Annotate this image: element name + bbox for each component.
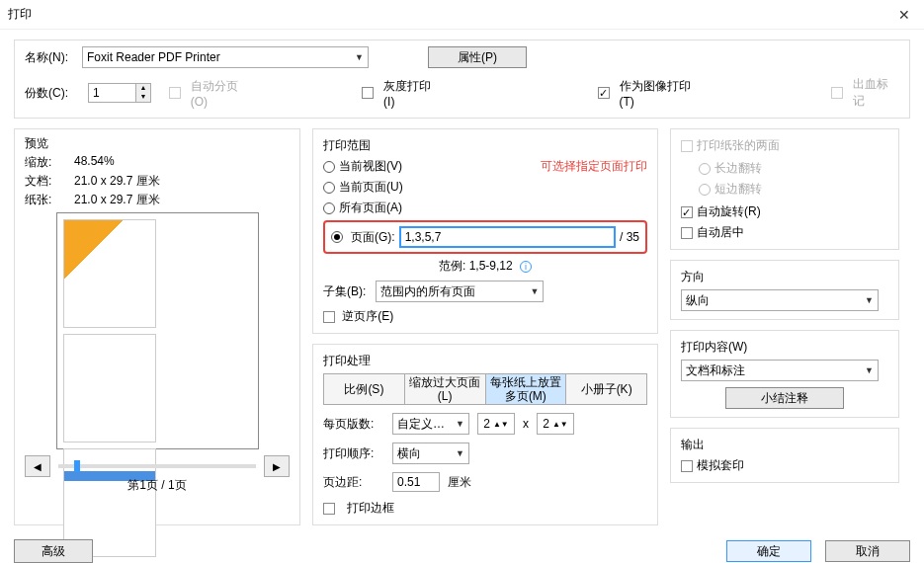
margin-label: 页边距: — [323, 474, 384, 491]
autorotate-checkbox[interactable] — [681, 206, 693, 218]
subset-label: 子集(B): — [323, 283, 366, 300]
autocenter-checkbox[interactable] — [681, 227, 693, 239]
direction-value: 纵向 — [686, 292, 710, 309]
cancel-button[interactable]: 取消 — [825, 540, 910, 562]
range-title: 打印范围 — [323, 137, 647, 154]
per-page-label: 每页版数: — [323, 416, 384, 433]
all-pages-radio[interactable] — [323, 202, 335, 214]
prev-page-button[interactable]: ◀ — [25, 455, 50, 477]
duplex-label: 打印纸张的两面 — [697, 138, 780, 152]
pages-radio[interactable] — [331, 231, 343, 243]
window-title: 打印 — [8, 6, 32, 23]
preview-canvas — [56, 212, 259, 449]
tab-large[interactable]: 缩放过大页面(L) — [405, 374, 486, 404]
direction-select[interactable]: 纵向 ▼ — [681, 289, 879, 311]
doc-value: 21.0 x 29.7 厘米 — [74, 173, 160, 190]
custom-select[interactable]: 自定义… ▼ — [392, 413, 469, 435]
pages-input[interactable] — [399, 226, 616, 248]
current-page-label: 当前页面(U) — [339, 180, 403, 194]
close-icon[interactable]: ✕ — [892, 5, 916, 25]
collate-checkbox — [169, 87, 181, 99]
long-edge-radio — [699, 163, 711, 175]
paper-label: 纸张: — [25, 192, 64, 208]
info-icon[interactable]: i — [520, 261, 532, 273]
output-title: 输出 — [681, 437, 888, 453]
x-label: x — [523, 417, 529, 431]
order-select[interactable]: 横向 ▼ — [392, 442, 469, 464]
short-edge-label: 短边翻转 — [714, 182, 762, 196]
summarize-comments-button[interactable]: 小结注释 — [725, 387, 844, 409]
pages-y-input[interactable]: 2▲▼ — [537, 413, 574, 435]
subset-select[interactable]: 范围内的所有页面 ▼ — [376, 281, 544, 302]
long-edge-label: 长边翻转 — [714, 161, 762, 175]
bleed-label: 出血标记 — [853, 76, 899, 110]
page-count: 第1页 / 1页 — [25, 477, 290, 494]
print-range-panel: 打印范围 当前视图(V) 可选择指定页面打印 当前页面(U) 所有页面(A) 页… — [312, 128, 658, 334]
grayscale-checkbox[interactable] — [362, 87, 374, 99]
border-checkbox[interactable] — [323, 503, 335, 515]
pages-row-highlight: 页面(G): / 35 — [323, 220, 647, 254]
reverse-checkbox[interactable] — [323, 311, 335, 323]
tab-booklet[interactable]: 小册子(K) — [566, 374, 646, 404]
border-label: 打印边框 — [347, 500, 394, 517]
current-view-label: 当前视图(V) — [339, 159, 402, 173]
properties-button[interactable]: 属性(P) — [428, 46, 527, 68]
name-label: 名称(N): — [25, 49, 82, 66]
subset-value: 范围内的所有页面 — [380, 283, 475, 300]
pages-note: 可选择指定页面打印 — [541, 158, 647, 175]
copies-spinner[interactable]: ▲▼ — [88, 83, 151, 103]
as-image-label: 作为图像打印(T) — [620, 78, 704, 109]
current-view-radio[interactable] — [323, 161, 335, 173]
example-label: 范例: 1,5-9,12 — [439, 259, 513, 273]
as-image-checkbox[interactable] — [598, 87, 610, 99]
all-pages-label: 所有页面(A) — [339, 201, 402, 214]
direction-panel: 方向 纵向 ▼ — [670, 260, 899, 320]
duplex-panel: 打印纸张的两面 长边翻转 短边翻转 自动旋转(R) 自动居中 — [670, 128, 899, 250]
spin-down-icon[interactable]: ▼ — [136, 93, 150, 102]
zoom-label: 缩放: — [25, 154, 64, 171]
short-edge-radio — [699, 184, 711, 196]
chevron-down-icon: ▼ — [456, 419, 464, 429]
grayscale-label: 灰度打印(I) — [383, 78, 441, 109]
slider-thumb[interactable] — [74, 460, 80, 472]
printer-select-value: Foxit Reader PDF Printer — [87, 50, 220, 64]
next-page-button[interactable]: ▶ — [264, 455, 290, 477]
spin-up-icon[interactable]: ▲ — [136, 84, 150, 93]
doc-label: 文档: — [25, 173, 64, 190]
pages-x-input[interactable]: 2▲▼ — [477, 413, 515, 435]
simulate-overprint-checkbox[interactable] — [681, 460, 693, 472]
ok-button[interactable]: 确定 — [726, 540, 811, 562]
margin-unit: 厘米 — [448, 474, 471, 491]
autocenter-label: 自动居中 — [697, 225, 744, 239]
chevron-down-icon: ▼ — [865, 295, 874, 305]
tab-scale[interactable]: 比例(S) — [324, 374, 405, 404]
margin-input[interactable] — [392, 472, 440, 492]
paper-value: 21.0 x 29.7 厘米 — [74, 192, 160, 208]
chevron-down-icon: ▼ — [355, 52, 364, 62]
order-value: 横向 — [397, 445, 421, 462]
page-slider[interactable] — [58, 464, 256, 468]
handling-title: 打印处理 — [323, 353, 647, 369]
content-value: 文档和标注 — [686, 362, 745, 379]
output-panel: 输出 模拟套印 — [670, 428, 899, 483]
chevron-down-icon: ▼ — [530, 286, 539, 296]
handling-panel: 打印处理 比例(S) 缩放过大页面(L) 每张纸上放置多页(M) 小册子(K) … — [312, 344, 658, 525]
pages-label: 页面(G): — [351, 229, 395, 246]
current-page-radio[interactable] — [323, 182, 335, 194]
content-title: 打印内容(W) — [681, 339, 888, 356]
chevron-down-icon: ▼ — [865, 365, 874, 375]
collate-label: 自动分页(O) — [191, 78, 254, 109]
bleed-checkbox — [831, 87, 843, 99]
pages-total: / 35 — [620, 230, 639, 244]
autorotate-label: 自动旋转(R) — [697, 204, 761, 218]
content-select[interactable]: 文档和标注 ▼ — [681, 360, 879, 381]
tab-multi[interactable]: 每张纸上放置多页(M) — [486, 374, 567, 404]
custom-value: 自定义… — [397, 416, 445, 433]
preview-page — [63, 334, 156, 442]
copies-label: 份数(C): — [25, 85, 82, 102]
order-label: 打印顺序: — [323, 445, 384, 462]
advanced-button[interactable]: 高级 — [14, 539, 93, 563]
printer-select[interactable]: Foxit Reader PDF Printer ▼ — [82, 46, 369, 68]
copies-input[interactable] — [88, 83, 135, 103]
preview-title: 预览 — [25, 135, 290, 152]
